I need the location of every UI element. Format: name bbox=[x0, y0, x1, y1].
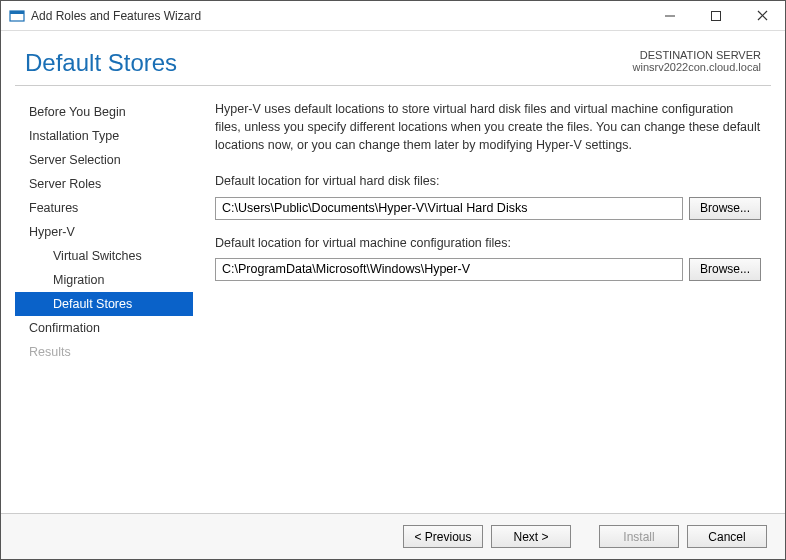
window-controls bbox=[647, 1, 785, 30]
svg-rect-3 bbox=[712, 11, 721, 20]
nav-confirmation[interactable]: Confirmation bbox=[15, 316, 193, 340]
footer: < Previous Next > Install Cancel bbox=[1, 513, 785, 559]
previous-button[interactable]: < Previous bbox=[403, 525, 483, 548]
svg-rect-1 bbox=[10, 11, 24, 14]
description-text: Hyper-V uses default locations to store … bbox=[215, 100, 761, 154]
header: Default Stores DESTINATION SERVER winsrv… bbox=[1, 31, 785, 85]
nav-before-you-begin[interactable]: Before You Begin bbox=[15, 100, 193, 124]
vm-config-location-input[interactable] bbox=[215, 258, 683, 281]
page-title: Default Stores bbox=[25, 49, 177, 77]
window-title: Add Roles and Features Wizard bbox=[31, 9, 647, 23]
body: Before You Begin Installation Type Serve… bbox=[1, 86, 785, 513]
nav-installation-type[interactable]: Installation Type bbox=[15, 124, 193, 148]
cancel-button[interactable]: Cancel bbox=[687, 525, 767, 548]
destination-label: DESTINATION SERVER bbox=[633, 49, 761, 61]
minimize-button[interactable] bbox=[647, 1, 693, 30]
window: Add Roles and Features Wizard Default St… bbox=[0, 0, 786, 560]
main-panel: Hyper-V uses default locations to store … bbox=[193, 86, 771, 513]
vhd-location-row: Browse... bbox=[215, 197, 761, 220]
vm-config-browse-button[interactable]: Browse... bbox=[689, 258, 761, 281]
titlebar: Add Roles and Features Wizard bbox=[1, 1, 785, 31]
nav-migration[interactable]: Migration bbox=[15, 268, 193, 292]
app-icon bbox=[9, 8, 25, 24]
destination-info: DESTINATION SERVER winsrv2022con.cloud.l… bbox=[633, 49, 761, 73]
vhd-location-label: Default location for virtual hard disk f… bbox=[215, 172, 761, 190]
nav-default-stores[interactable]: Default Stores bbox=[15, 292, 193, 316]
nav-results: Results bbox=[15, 340, 193, 364]
vm-config-location-row: Browse... bbox=[215, 258, 761, 281]
next-button[interactable]: Next > bbox=[491, 525, 571, 548]
nav-server-roles[interactable]: Server Roles bbox=[15, 172, 193, 196]
vm-config-location-label: Default location for virtual machine con… bbox=[215, 234, 761, 252]
nav-virtual-switches[interactable]: Virtual Switches bbox=[15, 244, 193, 268]
nav-hyper-v[interactable]: Hyper-V bbox=[15, 220, 193, 244]
vhd-browse-button[interactable]: Browse... bbox=[689, 197, 761, 220]
sidebar: Before You Begin Installation Type Serve… bbox=[15, 86, 193, 513]
destination-server-name: winsrv2022con.cloud.local bbox=[633, 61, 761, 73]
nav-server-selection[interactable]: Server Selection bbox=[15, 148, 193, 172]
vhd-location-input[interactable] bbox=[215, 197, 683, 220]
nav-features[interactable]: Features bbox=[15, 196, 193, 220]
maximize-button[interactable] bbox=[693, 1, 739, 30]
close-button[interactable] bbox=[739, 1, 785, 30]
install-button: Install bbox=[599, 525, 679, 548]
